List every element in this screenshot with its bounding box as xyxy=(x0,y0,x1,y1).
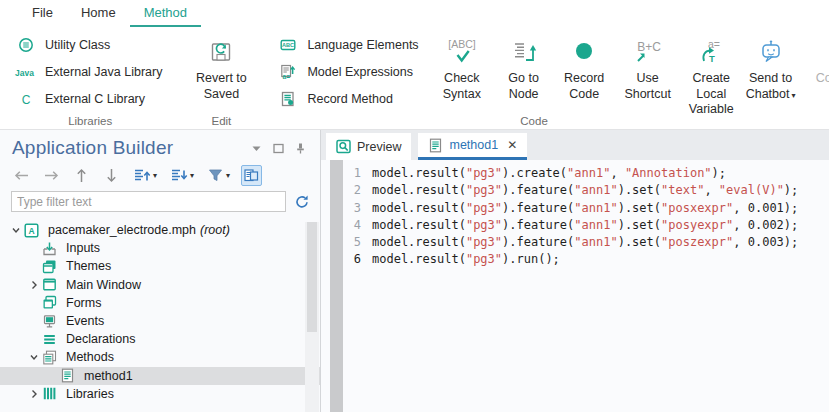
tree-item-label: Libraries xyxy=(66,387,114,401)
editor-tab-method1[interactable]: method1✕ xyxy=(418,133,527,160)
declarations-icon xyxy=(42,332,59,347)
create-local-variable-icon: a=T xyxy=(694,34,728,70)
float-window-icon[interactable] xyxy=(273,143,284,154)
svg-text:Java: Java xyxy=(15,67,34,77)
svg-text:ABC: ABC xyxy=(282,42,294,48)
ribbon-button-model-expressions[interactable]: a=Model Expressions xyxy=(270,58,428,85)
ribbon-button-label: Revert to Saved xyxy=(190,71,252,102)
pin-icon[interactable] xyxy=(295,143,306,154)
menu-tab-method[interactable]: Method xyxy=(130,0,201,27)
tree-item-declarations[interactable]: Declarations xyxy=(0,330,320,348)
code-line[interactable]: model.result("pg3").feature("ann1").set(… xyxy=(372,234,798,251)
code-line[interactable]: model.result("pg3").feature("ann1").set(… xyxy=(372,200,798,217)
app-window: FileHomeMethod Utility ClassJavaExternal… xyxy=(0,0,829,412)
line-numbers: 123456 xyxy=(343,160,361,412)
menu-tab-home[interactable]: Home xyxy=(67,0,130,27)
model-tree: Apacemaker_electrode.mph(root)InputsThem… xyxy=(0,216,320,412)
ribbon-button-language-elements[interactable]: ABCLanguage Elements xyxy=(270,31,428,58)
tree-item-themes[interactable]: Themes xyxy=(0,257,320,275)
ribbon-group-continue: Continue xyxy=(806,27,829,129)
move-node-down-icon xyxy=(170,167,188,184)
ribbon-button-send-to-chatbot[interactable]: Send to Chatbot▾ xyxy=(743,29,797,102)
continue-button[interactable]: Continue xyxy=(810,29,829,87)
tree-item-events[interactable]: Events xyxy=(0,312,320,330)
collapse-chevron-icon[interactable] xyxy=(251,143,262,154)
scrollbar-thumb[interactable] xyxy=(307,222,317,332)
ribbon-button-revert-to-saved[interactable]: Revert to Saved xyxy=(184,29,258,102)
method-doc-icon xyxy=(60,368,77,383)
tree-item-method1[interactable]: method1 xyxy=(0,367,320,385)
chevron-down-icon[interactable] xyxy=(8,225,24,235)
filter-input[interactable] xyxy=(11,191,286,212)
code-line[interactable]: model.result("pg3").feature("ann1").set(… xyxy=(372,182,798,199)
tree-item-label: Main Window xyxy=(66,278,141,292)
ribbon-button-record-code[interactable]: Record Code xyxy=(552,29,616,102)
inputs-icon xyxy=(42,241,59,256)
model-expressions-icon: a= xyxy=(276,64,300,80)
refresh-icon[interactable] xyxy=(294,194,310,210)
code-line[interactable]: model.result("pg3").create("ann1", "Anno… xyxy=(372,165,798,182)
svg-text:T: T xyxy=(709,53,715,64)
utility-class-icon xyxy=(14,37,38,53)
toolbar-move-node-down-button[interactable]: ▾ xyxy=(168,165,196,186)
ribbon-button-label: Check Syntax xyxy=(435,71,489,102)
toolbar-show-in-editor-button[interactable] xyxy=(241,165,262,186)
ribbon-button-go-to-node[interactable]: Go to Node xyxy=(495,29,552,102)
toolbar-forward-arrow-button[interactable] xyxy=(41,165,62,186)
main-area: Application Builder ▾▾▾ Apacemaker_elect… xyxy=(0,130,829,412)
tree-item-label: Methods xyxy=(66,350,114,364)
tree-toolbar: ▾▾▾ xyxy=(0,159,320,191)
menubar: FileHomeMethod xyxy=(0,0,829,27)
ribbon-button-label: Record Method xyxy=(307,92,392,106)
svg-text:a=: a= xyxy=(283,73,291,80)
ribbon-button-record-method[interactable]: Record Method xyxy=(270,85,428,112)
tree-item-methods[interactable]: Methods xyxy=(0,348,320,366)
ribbon-button-create-local-variable[interactable]: a=TCreate Local Variable xyxy=(679,29,743,118)
toolbar-filter-button[interactable]: ▾ xyxy=(205,165,232,186)
code-lines[interactable]: model.result("pg3").create("ann1", "Anno… xyxy=(361,160,798,412)
menu-tab-file[interactable]: File xyxy=(18,0,67,27)
tree-item-main-window[interactable]: Main Window xyxy=(0,276,320,294)
ribbon-button-external-java-library[interactable]: JavaExternal Java Library xyxy=(8,58,172,85)
ribbon-button-label: Language Elements xyxy=(307,38,418,52)
toolbar-move-down-arrow-button[interactable] xyxy=(101,165,122,186)
libraries-icon xyxy=(42,386,59,401)
chevron-down-icon[interactable] xyxy=(26,352,42,362)
code-line[interactable]: model.result("pg3").run(); xyxy=(372,251,798,268)
panel-title: Application Builder xyxy=(12,137,251,159)
toolbar-move-up-arrow-button[interactable] xyxy=(71,165,92,186)
tree-item-label: Themes xyxy=(66,259,111,273)
chevron-down-icon: ▾ xyxy=(791,91,795,100)
preview-icon xyxy=(336,139,351,154)
ribbon-button-label: Use Shortcut xyxy=(622,71,673,102)
chevron-right-icon[interactable] xyxy=(26,280,42,290)
chevron-right-icon[interactable] xyxy=(26,389,42,399)
toolbar-move-node-up-button[interactable]: ▾ xyxy=(131,165,159,186)
tree-item-libraries[interactable]: Libraries xyxy=(0,385,320,403)
send-to-chatbot-icon xyxy=(756,34,786,70)
back-arrow-icon xyxy=(13,167,30,184)
tree-item-pacemaker-electrode-mph[interactable]: Apacemaker_electrode.mph(root) xyxy=(0,221,320,239)
svg-text:C: C xyxy=(22,92,31,106)
ribbon-button-external-c-library[interactable]: CExternal C Library xyxy=(8,85,172,112)
ribbon-button-use-shortcut[interactable]: B+CUse Shortcut xyxy=(616,29,679,102)
editor-tabbar: Previewmethod1✕ xyxy=(321,130,829,160)
tree-item-forms[interactable]: Forms xyxy=(0,294,320,312)
ribbon-button-check-syntax[interactable]: [ABC]Check Syntax xyxy=(429,29,495,102)
code-line[interactable]: model.result("pg3").feature("ann1").set(… xyxy=(372,217,798,234)
toolbar-back-arrow-button[interactable] xyxy=(11,165,32,186)
forward-arrow-icon xyxy=(43,167,60,184)
tree-item-inputs[interactable]: Inputs xyxy=(0,239,320,257)
breakpoint-gutter[interactable] xyxy=(330,160,343,412)
ribbon-button-label: Go to Node xyxy=(501,71,546,102)
ribbon-group-libraries-label: Libraries xyxy=(4,115,176,127)
move-down-arrow-icon xyxy=(103,167,120,184)
editor-tab-preview[interactable]: Preview xyxy=(326,133,411,160)
java-icon: Java xyxy=(14,66,38,78)
close-icon[interactable]: ✕ xyxy=(507,139,517,151)
tree-item-label: Declarations xyxy=(66,332,135,346)
code-editor[interactable]: 123456 model.result("pg3").create("ann1"… xyxy=(321,160,829,412)
ribbon-button-utility-class[interactable]: Utility Class xyxy=(8,31,172,58)
tree-item-label: pacemaker_electrode.mph xyxy=(48,223,196,237)
sidebar-scrollbar[interactable] xyxy=(305,222,319,412)
